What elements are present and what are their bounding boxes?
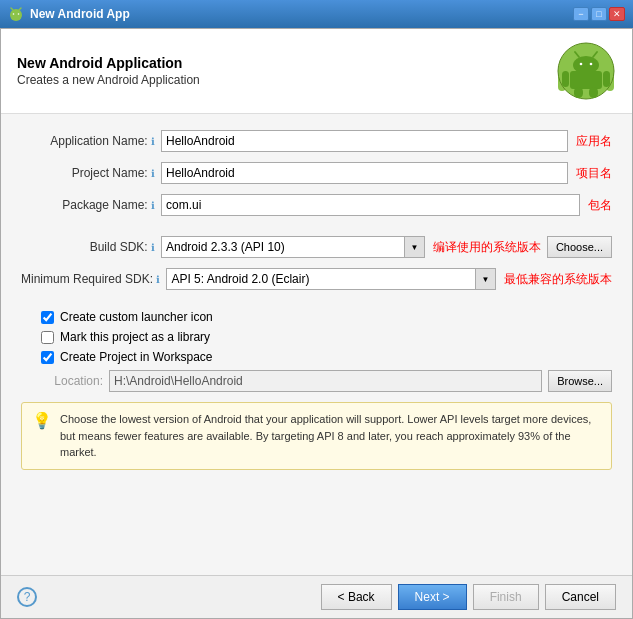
svg-rect-30	[589, 87, 598, 98]
package-name-row: Package Name: ℹ 包名	[21, 194, 612, 216]
package-name-info-icon[interactable]: ℹ	[151, 200, 155, 211]
project-name-label: Project Name: ℹ	[21, 166, 161, 180]
svg-rect-26	[570, 71, 602, 89]
app-icon	[8, 6, 24, 22]
app-name-input[interactable]	[161, 130, 568, 152]
min-sdk-info-icon[interactable]: ℹ	[156, 274, 160, 285]
create-workspace-label[interactable]: Create Project in Workspace	[60, 350, 213, 364]
min-sdk-arrow[interactable]: ▼	[476, 268, 496, 290]
title-bar: New Android App − □ ✕	[0, 0, 633, 28]
package-name-input[interactable]	[161, 194, 580, 216]
project-name-input[interactable]	[161, 162, 568, 184]
build-sdk-info-icon[interactable]: ℹ	[151, 242, 155, 253]
package-name-annotation: 包名	[588, 197, 612, 214]
build-sdk-row: Build SDK: ℹ Android 2.3.3 (API 10) ▼ 编译…	[21, 236, 612, 258]
close-button[interactable]: ✕	[609, 7, 625, 21]
dialog-header: New Android Application Creates a new An…	[1, 29, 632, 114]
mark-library-label[interactable]: Mark this project as a library	[60, 330, 210, 344]
min-sdk-select[interactable]: API 5: Android 2.0 (Eclair)	[166, 268, 476, 290]
min-sdk-label: Minimum Required SDK: ℹ	[21, 272, 166, 286]
svg-rect-1	[11, 12, 21, 19]
app-name-annotation: 应用名	[576, 133, 612, 150]
dialog: New Android Application Creates a new An…	[0, 28, 633, 619]
info-box: 💡 Choose the lowest version of Android t…	[21, 402, 612, 470]
custom-launcher-row: Create custom launcher icon	[21, 310, 612, 324]
location-row: Location: Browse...	[21, 370, 612, 392]
svg-point-5	[18, 13, 20, 15]
svg-line-2	[11, 8, 13, 10]
create-workspace-checkbox[interactable]	[41, 351, 54, 364]
back-button[interactable]: < Back	[321, 584, 392, 610]
svg-line-3	[19, 8, 21, 10]
android-logo	[556, 41, 616, 101]
min-sdk-annotation: 最低兼容的系统版本	[504, 271, 612, 288]
project-name-info-icon[interactable]: ℹ	[151, 168, 155, 179]
svg-rect-29	[574, 87, 583, 98]
next-button[interactable]: Next >	[398, 584, 467, 610]
browse-button[interactable]: Browse...	[548, 370, 612, 392]
package-name-label: Package Name: ℹ	[21, 198, 161, 212]
app-name-label: Application Name: ℹ	[21, 134, 161, 148]
svg-point-22	[580, 63, 583, 66]
min-sdk-row: Minimum Required SDK: ℹ API 5: Android 2…	[21, 268, 612, 290]
maximize-button[interactable]: □	[591, 7, 607, 21]
project-name-annotation: 项目名	[576, 165, 612, 182]
project-name-row: Project Name: ℹ 项目名	[21, 162, 612, 184]
dialog-footer: ? < Back Next > Finish Cancel	[1, 575, 632, 618]
window-title: New Android App	[30, 7, 130, 21]
svg-rect-28	[603, 71, 610, 87]
build-sdk-select[interactable]: Android 2.3.3 (API 10)	[161, 236, 405, 258]
dialog-subtitle: Creates a new Android Application	[17, 73, 200, 87]
help-button[interactable]: ?	[17, 587, 37, 607]
finish-button[interactable]: Finish	[473, 584, 539, 610]
dialog-title: New Android Application	[17, 55, 200, 71]
app-name-row: Application Name: ℹ 应用名	[21, 130, 612, 152]
minimize-button[interactable]: −	[573, 7, 589, 21]
window-controls: − □ ✕	[573, 7, 625, 21]
custom-launcher-checkbox[interactable]	[41, 311, 54, 324]
bulb-icon: 💡	[32, 411, 52, 430]
cancel-button[interactable]: Cancel	[545, 584, 616, 610]
location-label: Location:	[41, 374, 109, 388]
create-workspace-row: Create Project in Workspace	[21, 350, 612, 364]
build-sdk-choose-button[interactable]: Choose...	[547, 236, 612, 258]
svg-rect-27	[562, 71, 569, 87]
dialog-body: Application Name: ℹ 应用名 Project Name: ℹ …	[1, 114, 632, 575]
app-name-info-icon[interactable]: ℹ	[151, 136, 155, 147]
location-input[interactable]	[109, 370, 542, 392]
svg-point-4	[13, 13, 15, 15]
svg-point-23	[590, 63, 593, 66]
info-text: Choose the lowest version of Android tha…	[60, 411, 601, 461]
mark-library-checkbox[interactable]	[41, 331, 54, 344]
build-sdk-arrow[interactable]: ▼	[405, 236, 425, 258]
build-sdk-label: Build SDK: ℹ	[21, 240, 161, 254]
mark-library-row: Mark this project as a library	[21, 330, 612, 344]
custom-launcher-label[interactable]: Create custom launcher icon	[60, 310, 213, 324]
build-sdk-annotation: 编译使用的系统版本	[433, 239, 541, 256]
